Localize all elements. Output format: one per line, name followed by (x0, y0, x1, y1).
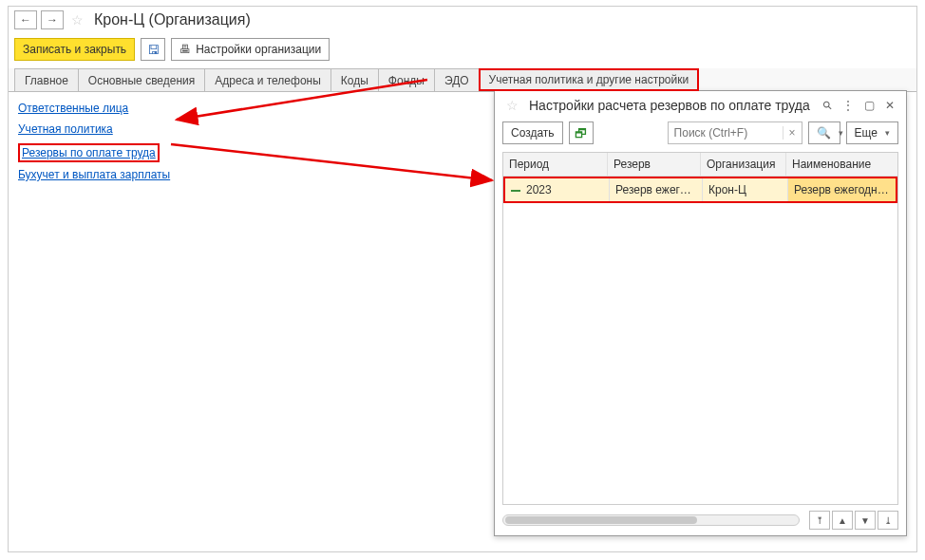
scroll-first-button[interactable]: ⤒ (809, 511, 830, 530)
table-body: 2023 Резерв ежегод… Крон-Ц Резерв ежегод… (503, 177, 897, 504)
popup-link-icon[interactable]: ⚲ (819, 97, 836, 114)
chevron-down-icon: ▾ (839, 128, 843, 138)
col-org[interactable]: Организация (701, 153, 786, 176)
tab-edo[interactable]: ЭДО (434, 68, 480, 91)
col-name[interactable]: Наименование (786, 153, 897, 176)
row-marker-icon (511, 190, 520, 192)
scroll-down-button[interactable]: ▼ (855, 511, 876, 530)
scrollbar-thumb[interactable] (505, 516, 697, 524)
tab-strip: Главное Основные сведения Адреса и телеф… (9, 68, 916, 92)
main-toolbar: Записать и закрыть 🖫 🖶 Настройки организ… (9, 35, 916, 68)
popup-menu-icon[interactable]: ⋮ (840, 97, 857, 114)
popup-toolbar: Создать 🗗 × 🔍 ▾ Еще ▾ (495, 118, 906, 152)
popup-close-icon[interactable]: ✕ (881, 97, 898, 114)
table-row[interactable]: 2023 Резерв ежегод… Крон-Ц Резерв ежегод… (503, 177, 897, 203)
search-input[interactable] (669, 124, 783, 141)
cell-org: Крон-Ц (703, 178, 788, 201)
col-period[interactable]: Период (503, 153, 608, 176)
more-button[interactable]: Еще ▾ (846, 121, 898, 144)
create-button[interactable]: Создать (502, 121, 563, 144)
tab-codes[interactable]: Коды (330, 68, 379, 91)
org-settings-label: Настройки организации (196, 43, 321, 56)
reserves-popup: ☆ Настройки расчета резервов по оплате т… (494, 90, 907, 536)
scroll-last-button[interactable]: ⤓ (878, 511, 898, 530)
popup-title: Настройки расчета резервов по оплате тру… (529, 98, 815, 113)
col-reserve[interactable]: Резерв (608, 153, 701, 176)
org-settings-button[interactable]: 🖶 Настройки организации (171, 38, 330, 61)
tab-basic-info[interactable]: Основные сведения (78, 68, 205, 91)
nav-forward-button[interactable]: → (41, 10, 64, 29)
popup-maximize-icon[interactable]: ▢ (860, 97, 878, 114)
more-label: Еще (855, 126, 878, 140)
advanced-search-button[interactable]: 🔍 ▾ (808, 121, 840, 144)
search-clear-button[interactable]: × (783, 126, 802, 140)
refresh-icon: 🗗 (575, 126, 587, 140)
tab-funds[interactable]: Фонды (378, 68, 435, 91)
popup-titlebar: ☆ Настройки расчета резервов по оплате т… (495, 91, 906, 118)
save-and-close-button[interactable]: Записать и закрыть (14, 38, 135, 61)
tab-main[interactable]: Главное (14, 68, 79, 91)
horizontal-scrollbar[interactable] (502, 514, 800, 526)
cell-reserve: Резерв ежегод… (610, 178, 703, 201)
tab-accounting-policy[interactable]: Учетная политика и другие настройки (479, 68, 700, 91)
tab-addresses[interactable]: Адреса и телефоны (204, 68, 331, 91)
magnifier-icon: 🔍 (817, 126, 831, 140)
reserves-table: Период Резерв Организация Наименование 2… (502, 152, 898, 505)
save-button[interactable]: 🖫 (141, 38, 165, 61)
search-field: × (668, 121, 802, 144)
popup-footer: ⤒ ▲ ▼ ⤓ (495, 505, 906, 535)
cell-name: Резерв ежегодных (788, 178, 896, 201)
link-labor-reserves[interactable]: Резервы по оплате труда (18, 143, 160, 162)
popup-favorite-star-icon[interactable]: ☆ (506, 98, 521, 113)
chevron-down-icon: ▾ (885, 128, 890, 138)
floppy-icon: 🖫 (147, 43, 160, 57)
cell-period: 2023 (505, 178, 610, 201)
nav-back-button[interactable]: ← (14, 10, 37, 29)
table-header: Период Резерв Организация Наименование (503, 153, 897, 177)
window-title: Крон-Ц (Организация) (94, 11, 251, 28)
refresh-button[interactable]: 🗗 (569, 121, 594, 144)
printer-icon: 🖶 (179, 43, 191, 56)
titlebar: ← → ☆ Крон-Ц (Организация) (9, 7, 916, 35)
scroll-up-button[interactable]: ▲ (832, 511, 853, 530)
favorite-star-icon[interactable]: ☆ (71, 12, 86, 28)
